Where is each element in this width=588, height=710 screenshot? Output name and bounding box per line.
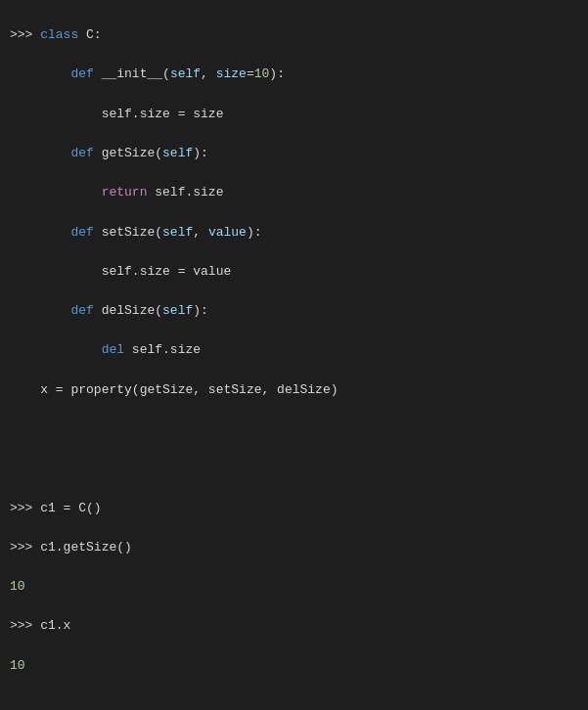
line-5: return self.size xyxy=(10,183,578,202)
line-7: self.size = value xyxy=(10,262,578,282)
line-13: >>> c1 = C() xyxy=(10,499,578,518)
line-6: def setSize(self, value): xyxy=(10,223,578,243)
code-terminal: >>> class C: def __init__(self, size=10)… xyxy=(0,0,588,710)
line-10: x = property(getSize, setSize, delSize) xyxy=(10,380,578,400)
line-17: 10 xyxy=(10,656,578,676)
line-14: >>> c1.getSize() xyxy=(10,538,578,557)
line-blank-1 xyxy=(10,420,578,439)
line-9: del self.size xyxy=(10,340,578,360)
line-blank-3 xyxy=(10,695,578,710)
line-2: def __init__(self, size=10): xyxy=(10,65,578,84)
line-16: >>> c1.x xyxy=(10,616,578,636)
line-blank-2 xyxy=(10,459,578,478)
line-4: def getSize(self): xyxy=(10,144,578,163)
prompt-1: >>> xyxy=(10,27,40,42)
line-8: def delSize(self): xyxy=(10,301,578,321)
line-3: self.size = size xyxy=(10,105,578,124)
line-15: 10 xyxy=(10,577,578,597)
line-1: >>> class C: xyxy=(10,25,578,45)
